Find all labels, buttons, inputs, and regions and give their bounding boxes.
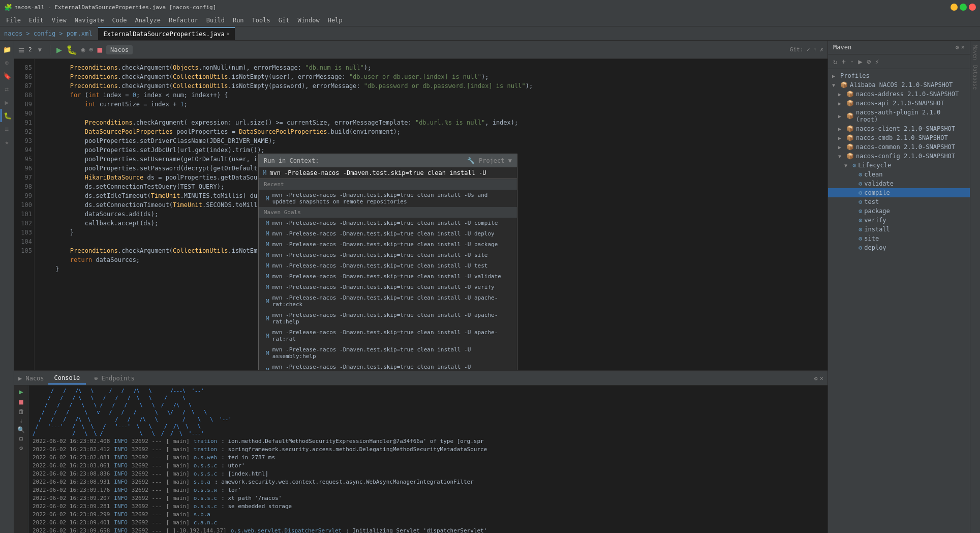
close-button[interactable] <box>969 4 976 11</box>
endpoints-tab[interactable]: ⊕ Endpoints <box>88 373 140 384</box>
run-config-label[interactable]: Nacos <box>106 45 133 54</box>
search-console-btn[interactable]: 🔍 <box>17 426 25 433</box>
maven-site[interactable]: ⚙ site <box>828 234 970 243</box>
console-tab[interactable]: Console <box>48 372 86 384</box>
maximize-button[interactable] <box>960 4 967 11</box>
run-context-input[interactable] <box>269 169 513 176</box>
maven-compile[interactable]: ⚙ compile <box>828 188 970 197</box>
log-line: 2022-06-02 16:23:02.081 INFO 32692 --- [… <box>33 454 823 462</box>
bottom-expand[interactable]: × <box>820 375 823 382</box>
maven-address[interactable]: ▶ 📦 nacos-address 2.1.0-SNAPSHOT <box>828 90 970 99</box>
maven-add-btn[interactable]: + <box>840 56 846 67</box>
maven-vertical-label[interactable]: Maven <box>971 43 979 62</box>
maven-close-btn[interactable]: × <box>961 44 965 51</box>
coverage-button[interactable]: ⊕ <box>89 46 94 53</box>
maven-cmdb[interactable]: ▶ 📦 nacos-cmdb 2.1.0-SNAPSHOT <box>828 133 970 142</box>
database-vertical-label[interactable]: Database <box>971 63 979 92</box>
run-icon-left[interactable]: ▶ <box>1 96 14 109</box>
pull-requests-icon[interactable]: ⇄ <box>1 82 14 96</box>
tab-close-icon[interactable]: × <box>227 31 230 37</box>
run-item-1[interactable]: Mmvn -Prelease-nacos -Dmaven.test.skip=t… <box>259 228 517 239</box>
maven-root[interactable]: ▼ 📦 Alibaba NACOS 2.1.0-SNAPSHOT <box>828 80 970 90</box>
debug-icon-left[interactable]: 🐛 <box>1 109 14 122</box>
git-settings[interactable]: Git: ✓ ↑ ✗ <box>790 46 823 53</box>
recent-section-label: Recent <box>259 179 517 190</box>
profile-button[interactable]: ◉ <box>81 46 85 53</box>
bottom-settings[interactable]: ⚙ <box>814 375 818 382</box>
menu-tools[interactable]: Tools <box>248 16 274 25</box>
run-item-11[interactable]: Mmvn -Prelease-nacos -Dmaven.test.skip=t… <box>259 362 517 370</box>
breadcrumb: nacos > config > pom.xml <box>4 30 92 37</box>
log-line: 2022-06-02 16:23:09.207 INFO 32692 --- [… <box>33 494 823 502</box>
maven-common[interactable]: ▶ 📦 nacos-common 2.1.0-SNAPSHOT <box>828 142 970 152</box>
run-item-3[interactable]: Mmvn -Prelease-nacos -Dmaven.test.skip=t… <box>259 250 517 260</box>
maven-icon: M <box>266 195 269 202</box>
run-item-7[interactable]: Mmvn -Prelease-nacos -Dmaven.test.skip=t… <box>259 292 517 310</box>
run-item-10[interactable]: Mmvn -Prelease-nacos -Dmaven.test.skip=t… <box>259 344 517 362</box>
run-button[interactable]: ▶ <box>56 44 62 55</box>
console-content[interactable]: / / /\ \ / / /\ \ /---\ '--' / / / \ \ /… <box>28 386 828 533</box>
structure-icon[interactable]: ≡ <box>1 122 14 135</box>
stop-button[interactable]: ■ <box>97 45 102 54</box>
clear-console-btn[interactable]: 🗑 <box>18 408 24 415</box>
maven-install[interactable]: ⚙ install <box>828 225 970 234</box>
commit-icon[interactable]: ⊕ <box>1 56 14 69</box>
maven-api[interactable]: ▶ 📦 nacos-api 2.1.0-SNAPSHOT <box>828 99 970 108</box>
settings-console-btn[interactable]: ⚙ <box>19 445 23 452</box>
run-item-6[interactable]: Mmvn -Prelease-nacos -Dmaven.test.skip=t… <box>259 282 517 292</box>
project-icon[interactable]: 📁 <box>1 43 14 56</box>
favorites-icon[interactable]: ★ <box>1 135 14 149</box>
bottom-panel: ▶ Nacos Console ⊕ Endpoints ⚙ × ▶ ■ 🗑 ↓ … <box>14 370 828 533</box>
maven-lifecycle[interactable]: ▼ ⚙ Lifecycle <box>828 161 970 170</box>
debug-button[interactable]: 🐛 <box>66 44 77 55</box>
menu-git[interactable]: Git <box>274 16 294 25</box>
maven-validate[interactable]: ⚙ validate <box>828 179 970 188</box>
maven-test[interactable]: ⚙ test <box>828 197 970 206</box>
log-line: 2022-06-02 16:23:02.412 INFO 32692 --- [… <box>33 446 823 454</box>
menu-edit[interactable]: Edit <box>25 16 48 25</box>
menu-run[interactable]: Run <box>229 16 248 25</box>
maven-auth-plugin[interactable]: ▶ 📦 nacos-auth-plugin 2.1.0 (root) <box>828 108 970 124</box>
maven-verify[interactable]: ⚙ verify <box>828 216 970 225</box>
maven-settings-btn[interactable]: ⚙ <box>956 44 959 51</box>
run-popup-project-selector[interactable]: Project ▼ <box>479 157 512 164</box>
maven-minus-btn[interactable]: - <box>849 56 855 67</box>
menu-file[interactable]: File <box>2 16 25 25</box>
run-item-5[interactable]: Mmvn -Prelease-nacos -Dmaven.test.skip=t… <box>259 271 517 282</box>
stop-console-btn[interactable]: ■ <box>19 398 23 406</box>
run-item-8[interactable]: Mmvn -Prelease-nacos -Dmaven.test.skip=t… <box>259 310 517 327</box>
run-again-btn[interactable]: ▶ <box>19 388 23 396</box>
run-item-0[interactable]: Mmvn -Prelease-nacos -Dmaven.test.skip=t… <box>259 218 517 228</box>
maven-package[interactable]: ⚙ package <box>828 206 970 216</box>
run-recent-item[interactable]: M mvn -Prelease-nacos -Dmaven.test.skip=… <box>259 190 517 207</box>
menu-code[interactable]: Code <box>108 16 131 25</box>
window-controls <box>951 4 976 11</box>
menu-analyze[interactable]: Analyze <box>131 16 165 25</box>
bookmarks-icon[interactable]: 🔖 <box>1 69 14 82</box>
maven-run-btn[interactable]: ▶ <box>857 56 863 67</box>
tab-external-datasource[interactable]: ExternalDataSourceProperties.java × <box>98 27 234 40</box>
menu-navigate[interactable]: Navigate <box>71 16 108 25</box>
run-item-9[interactable]: Mmvn -Prelease-nacos -Dmaven.test.skip=t… <box>259 327 517 344</box>
menu-build[interactable]: Build <box>202 16 229 25</box>
maven-reload-btn[interactable]: ↻ <box>832 56 838 67</box>
maven-deploy[interactable]: ⚙ deploy <box>828 243 970 252</box>
log-line: 2022-06-02 16:23:02.408 INFO 32692 --- [… <box>33 437 823 446</box>
menu-window[interactable]: Window <box>293 16 323 25</box>
maven-client[interactable]: ▶ 📦 nacos-client 2.1.0-SNAPSHOT <box>828 124 970 133</box>
run-item-4[interactable]: Mmvn -Prelease-nacos -Dmaven.test.skip=t… <box>259 260 517 271</box>
menu-refactor[interactable]: Refactor <box>165 16 202 25</box>
scroll-end-btn[interactable]: ↓ <box>19 417 23 424</box>
menu-help[interactable]: Help <box>324 16 347 25</box>
menu-view[interactable]: View <box>48 16 71 25</box>
maven-generate-btn[interactable]: ⚡ <box>874 56 880 67</box>
filter-btn[interactable]: ⊟ <box>19 435 23 442</box>
run-popup-filter[interactable]: 🔧 <box>467 157 475 164</box>
tab-label: ExternalDataSourceProperties.java <box>103 31 224 38</box>
maven-clean[interactable]: ⚙ clean <box>828 170 970 179</box>
maven-config[interactable]: ▼ 📦 nacos-config 2.1.0-SNAPSHOT <box>828 152 970 161</box>
run-item-2[interactable]: Mmvn -Prelease-nacos -Dmaven.test.skip=t… <box>259 239 517 250</box>
minimize-button[interactable] <box>951 4 958 11</box>
maven-profiles[interactable]: ▶ Profiles <box>828 71 970 80</box>
maven-skip-test-btn[interactable]: ⊘ <box>866 56 872 67</box>
